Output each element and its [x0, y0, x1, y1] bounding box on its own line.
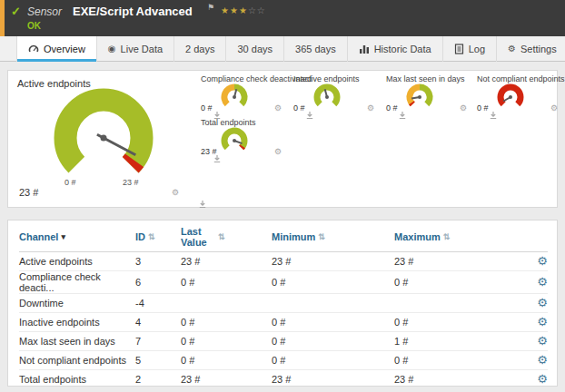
gauge-value: 23 #: [19, 187, 38, 198]
tab-live-data[interactable]: ◉ Live Data: [97, 36, 174, 62]
channel-settings-icon[interactable]: ⚙: [537, 315, 548, 328]
gauge-compliance-check-deactivated: Compliance check deactivated 0 # ⚙: [201, 74, 290, 116]
stars-empty: ☆☆: [248, 5, 266, 15]
tab-overview[interactable]: Overview: [16, 36, 97, 62]
gauge-scale-min: 0 #: [64, 178, 76, 187]
gauge-total-endpoints: Total endpoints 23 # ⚙: [201, 118, 290, 160]
tab-label: Overview: [44, 36, 85, 62]
cell-last-value: [181, 293, 272, 312]
cell-maximum: 0 #: [394, 350, 517, 369]
cell-maximum: 1 #: [394, 331, 517, 350]
col-header-actions: [517, 222, 548, 251]
channel-settings-icon[interactable]: ⚙: [537, 254, 548, 268]
gauge-gear-icon[interactable]: ⚙: [172, 188, 179, 197]
gauge-gear-icon[interactable]: ⚙: [550, 103, 558, 113]
gauge-gear-icon[interactable]: ⚙: [274, 147, 282, 156]
col-header-id[interactable]: ID⇅: [135, 222, 181, 251]
tab-settings[interactable]: ⚙ Settings: [497, 36, 565, 62]
table-row: Inactive endpoints 4 0 # 0 # 0 # ⚙: [19, 312, 548, 331]
gauge-scale-max: 23 #: [123, 178, 139, 187]
ok-check-icon: ✓: [11, 5, 21, 18]
cell-last-value: 0 #: [181, 350, 272, 369]
gauge-value: 0 #: [201, 103, 213, 113]
gauge-gear-icon[interactable]: ⚙: [367, 103, 374, 113]
status-badge: OK: [27, 21, 41, 31]
channel-settings-icon[interactable]: ⚙: [537, 296, 548, 309]
tab-historic-data[interactable]: Historic Data: [348, 36, 443, 62]
col-label: ID: [135, 231, 145, 242]
cell-channel: Not compliant endpoints: [19, 350, 135, 369]
tab-label: 365 days: [295, 36, 336, 62]
gauge-max-last-seen: Max last seen in days 0 # ⚙: [386, 74, 475, 116]
tab-30-days[interactable]: 30 days: [226, 36, 284, 62]
cell-id: 3: [135, 251, 181, 270]
col-header-last-value[interactable]: Last Value⇅: [181, 222, 272, 251]
tab-2-days[interactable]: 2 days: [174, 36, 226, 62]
table-header-row: Channel▾ ID⇅ Last Value⇅ Minimum⇅ Maximu…: [19, 222, 548, 251]
cell-channel: Max last seen in days: [19, 331, 135, 350]
settings-gear-icon: ⚙: [508, 36, 516, 62]
cell-channel: Downtime: [19, 293, 135, 312]
channels-table-panel: Channel▾ ID⇅ Last Value⇅ Minimum⇅ Maximu…: [7, 220, 558, 387]
gauge-value: 0 #: [477, 103, 489, 113]
cell-minimum: [272, 293, 394, 312]
cell-last-value: 0 #: [181, 270, 272, 293]
cell-id: -4: [135, 293, 181, 312]
table-row: Downtime -4 ⚙: [19, 293, 548, 312]
log-icon: [454, 44, 464, 54]
tab-label: Log: [469, 36, 485, 62]
gauge-actions: ⚙: [367, 103, 377, 113]
table-row: Not compliant endpoints 5 0 # 0 # 0 # ⚙: [19, 350, 548, 369]
sensor-title: EXE/Script Advanced: [73, 5, 193, 18]
tab-log[interactable]: Log: [443, 36, 497, 62]
col-label: Maximum: [394, 231, 441, 242]
channel-settings-icon[interactable]: ⚙: [537, 275, 548, 289]
sort-icon: ⇅: [148, 232, 155, 241]
gauge-actions: ⚙: [274, 103, 284, 113]
priority-stars[interactable]: ★★★☆☆: [221, 5, 266, 15]
tab-label: 2 days: [185, 36, 214, 62]
cell-maximum: 0 #: [394, 312, 517, 331]
historic-data-icon: [359, 44, 370, 54]
cell-last-value: 23 #: [181, 369, 272, 388]
table-row: Compliance check deacti... 6 0 # 0 # 0 #…: [19, 270, 548, 293]
col-header-channel[interactable]: Channel▾: [19, 222, 135, 251]
tab-365-days[interactable]: 365 days: [284, 36, 348, 62]
gauge-gear-icon[interactable]: ⚙: [460, 103, 467, 113]
cell-minimum: 0 #: [272, 312, 394, 331]
cell-channel: Total endpoints: [19, 369, 135, 388]
gauge-inactive-endpoints: Inactive endpoints 0 # ⚙: [293, 74, 382, 116]
cell-id: 6: [135, 270, 181, 293]
sensor-header: ✓ Sensor EXE/Script Advanced ⚑ ★★★☆☆ OK: [0, 0, 565, 36]
gauge-actions: ⚙: [274, 147, 284, 156]
gauges-panel: Active endpoints 0 # 23 # 23 # ⚙ Complia…: [7, 70, 558, 208]
sort-icon: ⇅: [218, 232, 225, 241]
overview-icon: [28, 44, 39, 54]
live-data-icon: ◉: [108, 36, 116, 62]
gauge-dial: [35, 83, 172, 179]
gauge-value: 0 #: [293, 103, 305, 113]
table-row: Max last seen in days 7 0 # 0 # 1 # ⚙: [19, 331, 548, 350]
gauge-not-compliant-endpoints: Not compliant endpoints 0 # ⚙: [477, 74, 565, 116]
cell-maximum: 23 #: [394, 251, 517, 270]
cell-maximum: [394, 293, 517, 312]
tab-label: Live Data: [121, 36, 163, 62]
cell-minimum: 23 #: [272, 369, 394, 388]
cell-channel: Compliance check deacti...: [19, 270, 135, 293]
cell-minimum: 0 #: [272, 350, 394, 369]
col-label: Channel: [19, 231, 58, 242]
tab-label: Settings: [520, 36, 557, 62]
gauge-gear-icon[interactable]: ⚙: [274, 103, 282, 113]
cell-last-value: 0 #: [181, 331, 272, 350]
table-row: Total endpoints 2 23 # 23 # 23 # ⚙: [19, 369, 548, 388]
col-header-maximum[interactable]: Maximum⇅: [394, 222, 517, 251]
channel-settings-icon[interactable]: ⚙: [537, 334, 548, 348]
channel-settings-icon[interactable]: ⚙: [537, 353, 548, 367]
col-header-minimum[interactable]: Minimum⇅: [272, 222, 394, 251]
tab-bar: Overview ◉ Live Data 2 days 30 days 365 …: [0, 36, 565, 62]
status-strip: [0, 0, 5, 36]
sort-caret-icon: ▾: [61, 232, 65, 241]
flag-icon: ⚑: [207, 3, 214, 12]
channel-settings-icon[interactable]: ⚙: [537, 372, 548, 386]
cell-last-value: 0 #: [181, 312, 272, 331]
